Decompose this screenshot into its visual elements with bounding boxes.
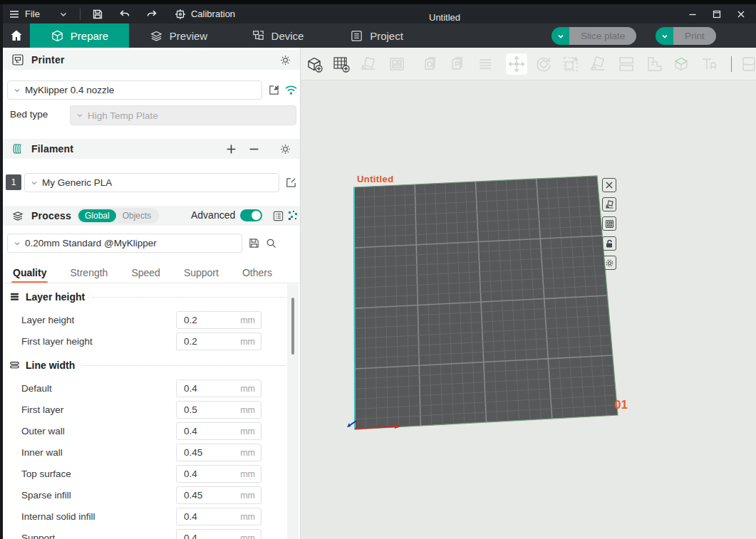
param-input-internal-solid-infill[interactable]: mm [176, 508, 262, 525]
filament-edit-button[interactable] [284, 175, 298, 189]
bed-type-value: High Temp Plate [88, 110, 158, 121]
tab-strength[interactable]: Strength [70, 267, 108, 278]
panel-scrollbar-thumb[interactable] [291, 298, 294, 355]
param-value-input[interactable] [177, 336, 227, 347]
close-button[interactable] [729, 4, 753, 23]
tab-support[interactable]: Support [184, 267, 219, 278]
home-button[interactable] [3, 23, 30, 48]
tab-project[interactable]: Project [327, 23, 426, 48]
delete-plate-button[interactable] [602, 178, 616, 192]
process-section-header: Process Global Objects Advanced [3, 206, 301, 226]
variable-layer-height-button[interactable] [644, 53, 666, 75]
undo-button[interactable] [109, 4, 136, 23]
param-label: Inner wall [21, 447, 63, 458]
save-preset-button[interactable] [247, 236, 261, 250]
filament-preset-select[interactable]: My Generic PLA [24, 173, 279, 192]
filament-section-title: Filament [31, 143, 73, 155]
import-params-button[interactable] [447, 53, 469, 75]
lock-plate-button[interactable] [602, 236, 616, 251]
tab-quality[interactable]: Quality [13, 267, 46, 278]
param-input-sparse-infill[interactable]: mm [176, 486, 262, 504]
param-list-button[interactable] [271, 209, 285, 223]
cut-tool-button[interactable] [616, 53, 637, 75]
param-value-input[interactable] [177, 315, 227, 325]
group-dotted-rule [92, 297, 294, 298]
split-to-objects-button[interactable] [386, 53, 408, 75]
auto-orient-button[interactable] [358, 53, 379, 75]
param-value-input[interactable] [177, 383, 227, 394]
param-input-layer-height[interactable]: mm [176, 311, 262, 329]
remove-filament-button[interactable] [247, 142, 261, 156]
plate-name-label[interactable]: Untitled [357, 174, 394, 184]
tab-preview[interactable]: Preview [129, 23, 228, 48]
printer-preset-select[interactable]: MyKlipper 0.4 nozzle [7, 80, 262, 100]
file-menu[interactable]: File [3, 4, 46, 23]
param-input-first-layer[interactable]: mm [176, 401, 262, 419]
chevron-down-icon [31, 179, 38, 187]
scope-objects-option[interactable]: Objects [116, 209, 158, 222]
build-plate[interactable] [301, 80, 756, 539]
param-input-top-surface[interactable]: mm [176, 465, 262, 483]
move-tool-button[interactable] [506, 53, 527, 75]
param-value-input[interactable] [177, 426, 227, 436]
calibration-button[interactable]: Calibration [163, 4, 241, 23]
redo-icon [146, 9, 157, 20]
param-input-default[interactable]: mm [176, 380, 262, 397]
add-plate-button[interactable] [331, 53, 352, 75]
param-input-inner-wall[interactable]: mm [176, 444, 262, 461]
close-icon [605, 181, 613, 189]
save-button[interactable] [86, 4, 109, 23]
text-shape-button[interactable] [698, 53, 720, 75]
slice-dropdown-button[interactable] [552, 27, 569, 45]
param-value-input[interactable] [177, 511, 227, 522]
close-icon [736, 9, 746, 19]
auto-orient-plate-button[interactable] [602, 197, 616, 211]
add-object-button[interactable] [304, 53, 325, 75]
slice-plate-label[interactable]: Slice plate [569, 27, 636, 45]
param-value-input[interactable] [177, 469, 227, 479]
tab-others[interactable]: Others [242, 267, 272, 278]
import-geometry-button[interactable] [420, 53, 442, 75]
bed-type-select[interactable]: High Temp Plate [70, 105, 296, 125]
place-on-face-button[interactable] [587, 53, 609, 75]
arrange-plate-button[interactable] [602, 216, 616, 231]
add-filament-button[interactable] [224, 142, 238, 156]
param-value-input[interactable] [177, 404, 227, 415]
param-value-input[interactable] [177, 490, 227, 501]
param-input-outer-wall[interactable]: mm [176, 422, 262, 440]
viewport-3d[interactable]: Untitled 01 [301, 80, 756, 539]
advanced-label: Advanced [191, 209, 235, 221]
minimize-button[interactable] [680, 4, 705, 23]
assembly-view-button[interactable] [475, 53, 496, 75]
param-input-first-layer-height[interactable]: mm [176, 333, 262, 350]
search-params-button[interactable] [264, 236, 278, 250]
filament-slot-number[interactable]: 1 [6, 174, 21, 190]
save-icon [92, 9, 103, 20]
seam-paint-button[interactable] [738, 53, 756, 75]
print-dropdown-button[interactable] [656, 27, 673, 45]
tab-speed[interactable]: Speed [131, 267, 160, 278]
filament-settings-button[interactable] [278, 142, 292, 156]
param-value-input[interactable] [177, 447, 227, 458]
tab-prepare[interactable]: Prepare [30, 23, 129, 48]
tab-project-label: Project [370, 30, 403, 42]
custom-params-button[interactable] [286, 209, 300, 223]
printer-settings-button[interactable] [278, 53, 292, 67]
mesh-boolean-button[interactable] [670, 53, 692, 75]
advanced-toggle[interactable] [240, 209, 262, 221]
printer-edit-button[interactable] [266, 83, 281, 97]
rotate-tool-button[interactable] [533, 53, 554, 75]
scale-tool-button[interactable] [560, 53, 581, 75]
print-label[interactable]: Print [673, 27, 716, 45]
plate-settings-button[interactable] [602, 256, 616, 270]
param-value-input[interactable] [177, 533, 227, 539]
process-preset-select[interactable]: 0.20mm Standard @MyKlipper [7, 234, 242, 253]
maximize-button[interactable] [705, 4, 729, 23]
line-width-group-title: Line width [26, 360, 75, 371]
printer-connection-button[interactable] [284, 83, 298, 97]
redo-button[interactable] [136, 4, 163, 23]
tab-device[interactable]: Device [228, 23, 327, 48]
param-input-support[interactable]: mm [176, 529, 262, 539]
file-menu-expander[interactable] [46, 4, 74, 23]
scope-global-option[interactable]: Global [78, 209, 116, 222]
